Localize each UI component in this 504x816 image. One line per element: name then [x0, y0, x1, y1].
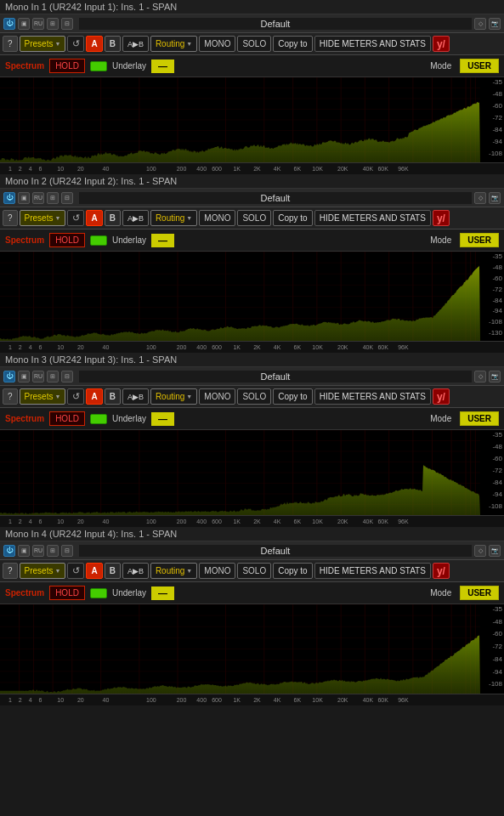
underlay-dash-3[interactable]: —	[151, 412, 174, 426]
hold-btn-3[interactable]: HOLD	[49, 411, 85, 426]
winbtn5-2[interactable]: ⊟	[61, 192, 73, 204]
winbtn3-1[interactable]: RU	[32, 18, 44, 30]
underlay-dash-4[interactable]: —	[151, 586, 174, 600]
db-value: -130	[480, 330, 504, 341]
btn-b-4[interactable]: B	[105, 563, 121, 579]
mono-btn-4[interactable]: MONO	[199, 563, 235, 579]
hold-btn-4[interactable]: HOLD	[49, 586, 85, 600]
btn-a-1[interactable]: A	[86, 36, 102, 52]
winbtn4-4[interactable]: ⊞	[47, 545, 59, 557]
winbtn2-2[interactable]: ▣	[18, 192, 30, 204]
refresh-btn-2[interactable]: ↺	[67, 210, 84, 226]
winbtn4-2[interactable]: ⊞	[47, 192, 59, 204]
green-led-2[interactable]	[90, 235, 107, 246]
freq-tick: 6K	[294, 344, 302, 350]
presets-btn-3[interactable]: Presets ▼	[20, 388, 66, 405]
freq-tick: 60K	[377, 518, 388, 524]
power-btn-3[interactable]: ⏻	[3, 371, 15, 382]
btn-ab-3[interactable]: A▶B	[122, 388, 149, 405]
help-btn-4[interactable]: ?	[3, 563, 18, 579]
refresh-btn-3[interactable]: ↺	[67, 388, 84, 405]
help-btn-1[interactable]: ?	[3, 36, 18, 52]
diamond-icon-1[interactable]: ◇	[474, 18, 486, 30]
user-btn-3[interactable]: USER	[460, 411, 499, 426]
y-btn-1[interactable]: y/	[433, 36, 450, 52]
db-value: -35	[480, 606, 504, 619]
hidemeters-btn-3[interactable]: HIDE METERS AND STATS	[314, 388, 431, 405]
copyto-btn-3[interactable]: Copy to	[273, 388, 312, 405]
btn-a-3[interactable]: A	[86, 388, 102, 405]
winbtn4-1[interactable]: ⊞	[47, 18, 59, 30]
camera-icon-1[interactable]: 📷	[489, 18, 501, 30]
winbtn4-3[interactable]: ⊞	[47, 371, 59, 382]
spectrum-canvas-3	[0, 430, 480, 515]
diamond-icon-4[interactable]: ◇	[474, 545, 486, 557]
solo-btn-3[interactable]: SOLO	[237, 388, 271, 405]
power-btn-2[interactable]: ⏻	[3, 192, 15, 204]
help-btn-2[interactable]: ?	[3, 210, 18, 226]
mono-btn-2[interactable]: MONO	[199, 210, 235, 226]
winbtn2-4[interactable]: ▣	[18, 545, 30, 557]
green-led-3[interactable]	[90, 414, 107, 424]
btn-b-3[interactable]: B	[105, 388, 121, 405]
copyto-btn-1[interactable]: Copy to	[273, 36, 312, 52]
winbtn5-4[interactable]: ⊟	[61, 545, 73, 557]
help-btn-3[interactable]: ?	[3, 388, 18, 405]
refresh-btn-1[interactable]: ↺	[67, 36, 84, 52]
hold-btn-1[interactable]: HOLD	[49, 59, 85, 73]
presets-btn-1[interactable]: Presets ▼	[20, 36, 66, 52]
btn-b-2[interactable]: B	[105, 210, 121, 226]
routing-btn-4[interactable]: Routing ▼	[150, 563, 197, 579]
winbtn5-3[interactable]: ⊟	[61, 371, 73, 382]
power-btn-1[interactable]: ⏻	[3, 18, 15, 30]
btn-ab-2[interactable]: A▶B	[122, 210, 149, 226]
btn-b-1[interactable]: B	[105, 36, 121, 52]
y-btn-4[interactable]: y/	[433, 563, 450, 579]
hidemeters-btn-1[interactable]: HIDE METERS AND STATS	[314, 36, 431, 52]
btn-ab-4[interactable]: A▶B	[122, 563, 149, 579]
underlay-dash-1[interactable]: —	[151, 60, 174, 73]
diamond-icon-3[interactable]: ◇	[474, 371, 486, 382]
presets-btn-2[interactable]: Presets ▼	[20, 210, 66, 226]
btn-ab-1[interactable]: A▶B	[122, 36, 149, 52]
mono-btn-3[interactable]: MONO	[199, 388, 235, 405]
user-btn-2[interactable]: USER	[460, 233, 499, 247]
camera-icon-3[interactable]: 📷	[489, 371, 501, 382]
hidemeters-btn-2[interactable]: HIDE METERS AND STATS	[314, 210, 431, 226]
green-led-1[interactable]	[90, 61, 107, 71]
spectrum-canvas-1	[0, 77, 480, 162]
green-led-4[interactable]	[90, 588, 107, 598]
winbtn3-3[interactable]: RU	[32, 371, 44, 382]
solo-btn-2[interactable]: SOLO	[237, 210, 271, 226]
camera-icon-2[interactable]: 📷	[489, 192, 501, 204]
copyto-btn-2[interactable]: Copy to	[273, 210, 312, 226]
refresh-btn-4[interactable]: ↺	[67, 563, 84, 579]
power-btn-4[interactable]: ⏻	[3, 545, 15, 557]
solo-btn-1[interactable]: SOLO	[237, 36, 271, 52]
winbtn3-2[interactable]: RU	[32, 192, 44, 204]
winbtn2-3[interactable]: ▣	[18, 371, 30, 382]
routing-btn-2[interactable]: Routing ▼	[150, 210, 197, 226]
btn-a-4[interactable]: A	[86, 563, 102, 579]
user-btn-1[interactable]: USER	[460, 59, 499, 73]
hidemeters-btn-4[interactable]: HIDE METERS AND STATS	[314, 563, 431, 579]
mono-btn-1[interactable]: MONO	[199, 36, 235, 52]
y-btn-2[interactable]: y/	[433, 210, 450, 226]
solo-btn-4[interactable]: SOLO	[237, 563, 271, 579]
winbtn3-4[interactable]: RU	[32, 545, 44, 557]
spectrum-label-4: Spectrum	[5, 588, 44, 598]
user-btn-4[interactable]: USER	[460, 586, 499, 600]
camera-icon-4[interactable]: 📷	[489, 545, 501, 557]
presets-btn-4[interactable]: Presets ▼	[20, 563, 66, 579]
diamond-icon-2[interactable]: ◇	[474, 192, 486, 204]
btn-a-2[interactable]: A	[86, 210, 102, 226]
routing-btn-1[interactable]: Routing ▼	[150, 36, 197, 52]
hold-btn-2[interactable]: HOLD	[49, 233, 85, 247]
copyto-btn-4[interactable]: Copy to	[273, 563, 312, 579]
underlay-dash-2[interactable]: —	[151, 234, 174, 247]
winbtn5-1[interactable]: ⊟	[61, 18, 73, 30]
winbtn2-1[interactable]: ▣	[18, 18, 30, 30]
routing-btn-3[interactable]: Routing ▼	[150, 388, 197, 405]
underlay-text-3: Underlay	[112, 414, 146, 423]
y-btn-3[interactable]: y/	[433, 388, 450, 405]
